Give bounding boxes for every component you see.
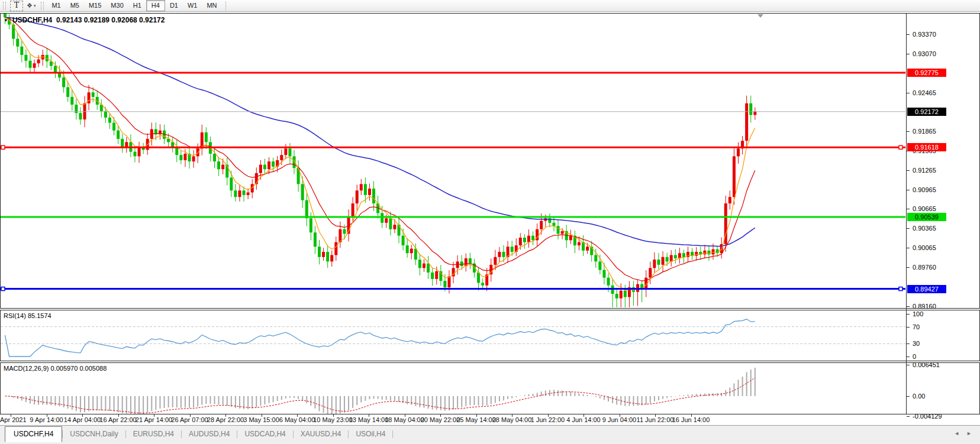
rsi-tick-mark [907, 343, 910, 344]
time-tick-label: 16 Jun 14:00 [672, 416, 710, 423]
time-tick-label: 13 May 14:00 [349, 416, 389, 423]
rsi-tick-label: 30 [913, 340, 920, 347]
macd-tick-mark [907, 365, 910, 365]
toolbar-separator [225, 1, 226, 11]
chart-shift-marker-icon[interactable] [757, 14, 763, 18]
chart-title: ▼ USDCHF,H4 0.92143 0.92189 0.92068 0.92… [4, 16, 165, 24]
timeframe-w1-button[interactable]: W1 [183, 1, 202, 11]
tab-usoil-h4[interactable]: USOil,H4 [349, 427, 392, 440]
time-tick-label: 3 May 15:00 [243, 416, 279, 423]
level-price-badge: 0.90539 [907, 213, 946, 221]
price-axis-border [906, 13, 907, 414]
price-tick-mark [907, 248, 910, 248]
tab-eurusd-h4[interactable]: EURUSD,H4 [126, 427, 181, 440]
price-tick-label: 0.90965 [913, 186, 936, 193]
time-tick-label: 16 Apr 22:00 [99, 416, 136, 423]
timeframe-d1-button[interactable]: D1 [165, 1, 183, 11]
tab-usdcad-h4[interactable]: USDCAD,H4 [237, 427, 292, 440]
rsi-tick-label: 100 [913, 310, 923, 317]
price-tick-mark [907, 54, 910, 54]
timeframe-h4-button[interactable]: H4 [146, 0, 165, 11]
price-tick-mark [907, 34, 910, 35]
price-tick-mark [907, 131, 910, 132]
rsi-tick-mark [907, 357, 910, 357]
time-tick-label: 6 Apr 2021 [0, 416, 27, 423]
time-tick-label: 28 Apr 22:00 [207, 416, 244, 423]
tab-audusd-h4[interactable]: AUDUSD,H4 [182, 427, 237, 440]
objects-icon: ❖ [27, 2, 33, 9]
macd-label: MACD(12,26,9) 0.005970 0.005088 [4, 365, 107, 372]
tab-scroll-right-icon[interactable]: ► [966, 430, 972, 436]
timeframe-m5-button[interactable]: M5 [66, 1, 84, 11]
macd-indicator-panel[interactable]: MACD(12,26,9) 0.005970 0.005088 [0, 362, 980, 414]
level-price-badge: 0.91618 [907, 143, 946, 151]
timeframe-m30-button[interactable]: M30 [106, 1, 128, 11]
toolbar-drag-handle[interactable] [3, 2, 6, 10]
tab-divider [392, 430, 393, 438]
macd-tick-label: -0.004129 [913, 413, 942, 420]
price-tick-mark [907, 170, 910, 171]
time-tick-label: 10 May 23:00 [313, 416, 353, 423]
price-tick-label: 0.89760 [913, 264, 936, 271]
time-tick-label: 9 Jun 04:00 [602, 416, 637, 423]
price-tick-mark [907, 190, 910, 190]
rsi-tick-label: 0 [913, 353, 916, 360]
symbol-ohlc-title: USDCHF,H4 0.92143 0.92189 0.92068 0.9217… [12, 16, 165, 24]
time-tick-label: 9 Apr 14:00 [30, 416, 63, 423]
tab-scroll-left-icon[interactable]: ◄ [954, 430, 959, 436]
toolbar-drag-handle[interactable] [41, 2, 44, 10]
timeframe-mn-button[interactable]: MN [202, 1, 221, 11]
text-tool-button[interactable]: T [10, 1, 23, 11]
rsi-chart-canvas[interactable] [1, 310, 905, 361]
objects-dropdown-button[interactable]: ❖ ▾ [24, 2, 38, 9]
time-tick-label: 18 May 04:00 [385, 416, 424, 423]
level-price-badge: 0.89427 [907, 285, 946, 293]
trading-terminal-window: T ❖ ▾ M1 M5 M15 M30 H1 H4 D1 W1 MN ▼ USD… [0, 0, 980, 444]
tab-usdcnh-daily[interactable]: USDCNH,Daily [63, 427, 125, 440]
tab-xauusd-h4[interactable]: XAUUSD,H4 [294, 427, 349, 440]
current-price-badge: 0.92172 [907, 108, 946, 116]
time-tick-label: 21 Apr 14:00 [136, 416, 172, 423]
time-tick-label: 26 Apr 07:00 [171, 416, 208, 423]
chart-tab-bar: USDCHF,H4 USDCNH,Daily EURUSD,H4 AUDUSD,… [0, 425, 980, 444]
chevron-down-icon: ▾ [34, 4, 36, 8]
price-tick-label: 0.91265 [913, 167, 936, 174]
price-tick-mark [907, 93, 910, 93]
price-chart-panel[interactable] [0, 13, 980, 309]
time-tick-label: 11 Jun 22:00 [637, 416, 674, 423]
chart-toolbar: T ❖ ▾ M1 M5 M15 M30 H1 H4 D1 W1 MN [0, 0, 980, 12]
price-tick-mark [907, 306, 910, 307]
timeframe-h1-button[interactable]: H1 [128, 1, 146, 11]
candlestick-chart-canvas[interactable] [1, 14, 905, 308]
time-tick-label: 25 May 14:00 [456, 416, 496, 423]
rsi-tick-mark [907, 327, 910, 328]
time-tick-label: 4 Jun 14:00 [566, 416, 601, 423]
price-tick-label: 0.91865 [913, 128, 936, 135]
price-tick-mark [907, 267, 910, 268]
macd-tick-mark [907, 396, 910, 397]
timeframe-m1-button[interactable]: M1 [47, 1, 65, 11]
price-tick-label: 0.93070 [913, 50, 936, 57]
macd-tick-mark [907, 416, 910, 417]
rsi-label: RSI(14) 85.1574 [4, 312, 51, 319]
rsi-indicator-panel[interactable]: RSI(14) 85.1574 [0, 310, 980, 361]
price-tick-label: 0.92465 [913, 89, 936, 96]
macd-chart-canvas[interactable] [1, 363, 905, 414]
rsi-tick-mark [907, 314, 910, 315]
time-tick-label: 6 May 04:00 [279, 416, 315, 423]
rsi-tick-label: 70 [913, 323, 920, 330]
tab-usdchf-h4[interactable]: USDCHF,H4 [5, 426, 62, 442]
price-tick-mark [907, 209, 910, 209]
time-tick-label: 28 May 04:00 [492, 416, 532, 423]
time-tick-label: 14 Apr 04:00 [64, 416, 101, 423]
price-tick-label: 0.89160 [913, 303, 936, 310]
price-tick-label: 0.90365 [913, 225, 936, 232]
level-price-badge: 0.92775 [907, 69, 946, 77]
timeframe-m15-button[interactable]: M15 [84, 1, 106, 11]
chart-menu-icon[interactable]: ▼ [4, 18, 8, 23]
price-tick-label: 0.90065 [913, 244, 936, 251]
price-tick-label: 0.90665 [913, 205, 936, 212]
price-tick-label: 0.93370 [913, 31, 936, 38]
time-tick-label: 1 Jun 22:00 [531, 416, 565, 423]
macd-tick-label: 0.00 [913, 393, 925, 400]
